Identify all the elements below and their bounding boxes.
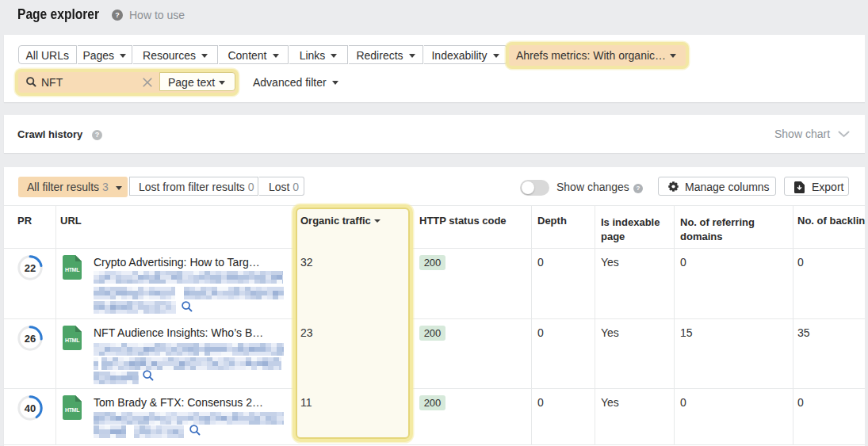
svg-text:HTML: HTML [65, 407, 80, 413]
svg-text:HTML: HTML [65, 267, 80, 273]
svg-text:26: 26 [25, 333, 36, 345]
svg-text:HTML: HTML [65, 337, 80, 343]
svg-text:22: 22 [25, 262, 36, 274]
svg-text:40: 40 [25, 402, 36, 414]
